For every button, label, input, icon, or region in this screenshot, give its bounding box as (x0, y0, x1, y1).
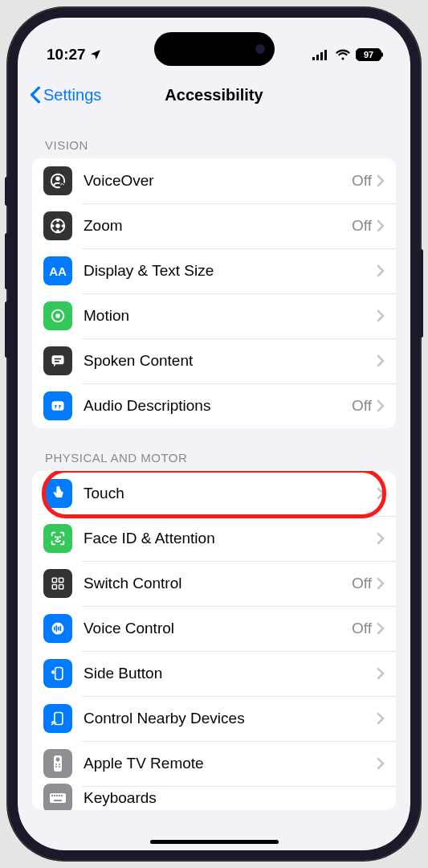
battery-percent: 97 (364, 50, 373, 59)
row-apple-tv-remote[interactable]: Apple TV Remote (32, 741, 396, 786)
audio-descriptions-icon (43, 391, 72, 420)
nearby-devices-icon (43, 704, 72, 733)
svg-point-10 (57, 231, 59, 232)
chevron-right-icon (377, 532, 385, 545)
voice-control-icon (43, 614, 72, 643)
svg-rect-26 (59, 585, 63, 589)
svg-rect-18 (52, 401, 64, 411)
row-zoom[interactable]: Zoom Off (32, 203, 396, 248)
chevron-right-icon (377, 757, 385, 770)
row-label: Side Button (72, 665, 372, 682)
section-header-vision: VISION (18, 116, 410, 158)
row-value: Off (352, 217, 377, 235)
svg-point-20 (59, 405, 61, 407)
row-label: Face ID & Attention (72, 530, 372, 547)
row-label: Switch Control (72, 575, 352, 592)
cellular-icon (312, 49, 330, 60)
svg-rect-28 (55, 668, 63, 680)
svg-point-9 (57, 220, 59, 222)
svg-rect-25 (52, 585, 56, 589)
row-label: VoiceOver (72, 172, 352, 190)
row-label: Voice Control (72, 620, 352, 637)
back-button[interactable]: Settings (29, 86, 101, 104)
row-audio-descriptions[interactable]: Audio Descriptions Off (32, 383, 396, 428)
chevron-right-icon (377, 667, 385, 680)
list-group-vision: VoiceOver Off Zoom Off AA Display & Text… (32, 158, 396, 428)
switch-control-icon (43, 569, 72, 598)
row-value: Off (352, 172, 377, 190)
row-switch-control[interactable]: Switch Control Off (32, 561, 396, 606)
svg-rect-2 (320, 52, 323, 60)
svg-point-35 (59, 766, 60, 768)
svg-rect-40 (59, 795, 60, 796)
side-button-icon (43, 659, 72, 688)
chevron-right-icon (377, 309, 385, 322)
dynamic-island (154, 32, 275, 66)
svg-point-34 (55, 766, 57, 768)
svg-rect-1 (316, 55, 319, 60)
svg-rect-39 (56, 795, 58, 796)
row-voice-control[interactable]: Voice Control Off (32, 606, 396, 651)
svg-point-31 (56, 758, 60, 762)
status-time: 10:27 (47, 46, 86, 63)
row-label: Motion (72, 307, 372, 325)
row-keyboards[interactable]: Keyboards (32, 786, 396, 810)
row-label: Keyboards (72, 789, 385, 807)
chevron-right-icon (377, 399, 385, 412)
chevron-right-icon (377, 712, 385, 725)
row-label: Apple TV Remote (72, 755, 372, 772)
row-label: Zoom (72, 217, 352, 235)
battery-icon: 97 (356, 48, 381, 61)
row-faceid[interactable]: Face ID & Attention (32, 516, 396, 561)
svg-point-12 (63, 225, 64, 227)
svg-point-14 (55, 313, 60, 318)
motion-icon (43, 301, 72, 330)
svg-rect-16 (55, 358, 61, 360)
svg-rect-15 (52, 355, 64, 364)
spoken-content-icon (43, 346, 72, 375)
row-side-button[interactable]: Side Button (32, 651, 396, 696)
svg-rect-24 (59, 578, 63, 582)
svg-point-33 (59, 764, 60, 765)
svg-rect-23 (52, 578, 56, 582)
row-display-text-size[interactable]: AA Display & Text Size (32, 248, 396, 293)
row-value: Off (352, 397, 377, 415)
apple-tv-remote-icon (43, 749, 72, 778)
row-label: Touch (72, 485, 372, 502)
svg-point-19 (55, 405, 57, 407)
row-value: Off (352, 620, 377, 637)
row-voiceover[interactable]: VoiceOver Off (32, 158, 396, 203)
row-label: Display & Text Size (72, 262, 372, 280)
chevron-right-icon (377, 174, 385, 187)
svg-rect-41 (61, 795, 63, 796)
svg-point-22 (59, 537, 60, 538)
chevron-right-icon (377, 264, 385, 277)
row-nearby-devices[interactable]: Control Nearby Devices (32, 696, 396, 741)
chevron-right-icon (377, 487, 385, 500)
row-touch[interactable]: Touch (32, 471, 396, 516)
location-icon (89, 48, 102, 61)
svg-point-5 (55, 177, 60, 182)
section-header-motor: PHYSICAL AND MOTOR (18, 428, 410, 471)
row-value: Off (352, 575, 377, 592)
faceid-icon (43, 524, 72, 553)
row-label: Spoken Content (72, 352, 372, 370)
keyboards-icon (43, 784, 72, 810)
chevron-right-icon (377, 354, 385, 367)
list-group-motor: Touch Face ID & Attention Sw (32, 471, 396, 810)
row-label: Control Nearby Devices (72, 710, 372, 727)
svg-rect-42 (54, 800, 62, 801)
svg-point-11 (52, 225, 54, 227)
row-motion[interactable]: Motion (32, 293, 396, 338)
row-spoken-content[interactable]: Spoken Content (32, 338, 396, 383)
svg-rect-3 (324, 50, 327, 60)
svg-point-8 (56, 224, 59, 227)
svg-rect-0 (312, 57, 315, 60)
svg-point-21 (55, 537, 56, 538)
home-indicator[interactable] (150, 840, 279, 844)
display-text-icon: AA (43, 256, 72, 285)
navigation-bar: Settings Accessibility (18, 74, 410, 116)
chevron-right-icon (377, 622, 385, 635)
chevron-right-icon (377, 577, 385, 590)
svg-rect-38 (54, 795, 55, 796)
